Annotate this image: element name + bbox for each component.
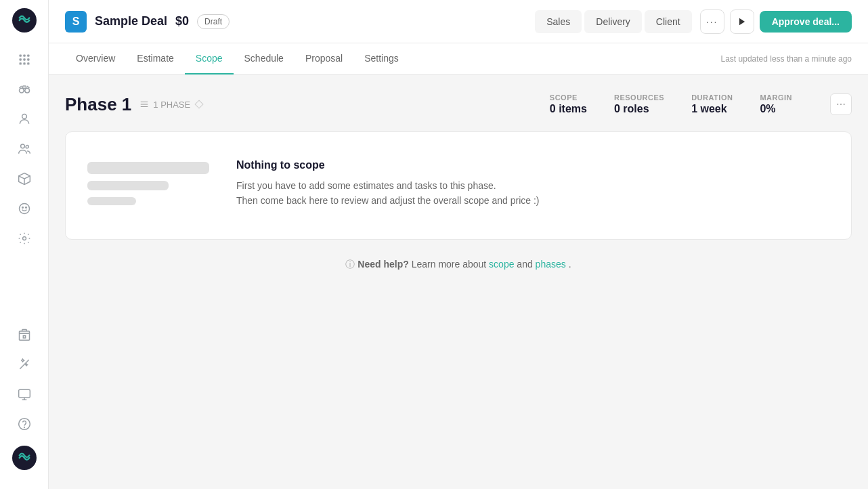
- svg-rect-0: [19, 55, 21, 57]
- sidebar-item-building[interactable]: [8, 321, 41, 348]
- svg-point-30: [837, 104, 838, 105]
- header: S Sample Deal $0 Draft Sales Delivery Cl…: [49, 0, 868, 43]
- duration-stat-value: 1 week: [691, 103, 726, 115]
- sidebar-item-emoji[interactable]: [8, 195, 41, 222]
- help-icon: ⓘ: [345, 259, 355, 270]
- draft-badge: Draft: [197, 14, 230, 29]
- svg-point-15: [19, 204, 29, 214]
- svg-rect-7: [23, 62, 25, 64]
- header-tab-delivery[interactable]: Delivery: [584, 10, 642, 33]
- phase-stats: SCOPE 0 items RESOURCES 0 roles DURATION…: [550, 93, 852, 115]
- resources-stat-label: RESOURCES: [614, 93, 664, 102]
- phase-more-button[interactable]: [830, 93, 852, 115]
- svg-point-9: [19, 88, 24, 93]
- stat-margin: MARGIN 0%: [760, 93, 792, 115]
- svg-rect-6: [19, 62, 21, 64]
- svg-point-24: [24, 427, 24, 428]
- sidebar-user-avatar[interactable]: [12, 446, 37, 470]
- help-prefix: Need help?: [357, 259, 408, 270]
- svg-rect-8: [27, 62, 29, 64]
- nav-tabs: Overview Estimate Scope Schedule Proposa…: [49, 43, 868, 75]
- main-content: S Sample Deal $0 Draft Sales Delivery Cl…: [49, 0, 868, 489]
- svg-marker-29: [195, 100, 203, 108]
- tab-proposal[interactable]: Proposal: [295, 43, 353, 75]
- help-middle: Learn more about: [412, 259, 489, 270]
- svg-point-16: [22, 207, 23, 209]
- phase-count-label: 1 PHASE: [153, 100, 190, 110]
- sidebar-item-person[interactable]: [8, 106, 41, 133]
- scope-empty-line2: Then come back here to review and adjust…: [236, 193, 829, 208]
- svg-point-18: [22, 237, 26, 240]
- sidebar-item-people[interactable]: [8, 135, 41, 163]
- list-icon: [139, 100, 149, 109]
- scope-empty-title: Nothing to scope: [236, 159, 829, 171]
- tab-settings[interactable]: Settings: [353, 43, 410, 75]
- margin-stat-label: MARGIN: [760, 93, 792, 102]
- svg-rect-1: [23, 55, 25, 57]
- header-tab-sales[interactable]: Sales: [535, 10, 582, 33]
- phase-header: Phase 1 1 PHASE SCOPE 0 items RESOURCES …: [65, 93, 852, 115]
- phase-meta: 1 PHASE: [139, 100, 204, 110]
- last-updated-text: Last updated less than a minute ago: [721, 54, 852, 64]
- svg-marker-25: [739, 18, 745, 25]
- sidebar-item-binoculars[interactable]: [8, 76, 41, 103]
- svg-point-14: [26, 146, 28, 148]
- scope-placeholder: [87, 159, 209, 205]
- svg-rect-22: [18, 389, 30, 398]
- help-suffix: .: [569, 259, 571, 270]
- sidebar-item-grid[interactable]: [8, 46, 41, 73]
- duration-stat-label: DURATION: [691, 93, 733, 102]
- svg-rect-4: [23, 58, 25, 60]
- svg-rect-2: [27, 55, 29, 57]
- svg-rect-5: [27, 58, 29, 60]
- svg-rect-3: [19, 58, 21, 60]
- sidebar-item-magic[interactable]: [8, 351, 41, 378]
- tab-schedule[interactable]: Schedule: [234, 43, 295, 75]
- more-button[interactable]: ···: [700, 9, 724, 34]
- scope-empty-card: Nothing to scope First you have to add s…: [65, 131, 852, 240]
- deal-title: Sample Deal: [95, 14, 167, 28]
- svg-point-12: [22, 114, 26, 119]
- tab-estimate[interactable]: Estimate: [126, 43, 184, 75]
- resources-stat-value: 0 roles: [614, 103, 649, 115]
- play-button[interactable]: [730, 9, 754, 34]
- phases-help-link[interactable]: phases: [536, 259, 566, 270]
- svg-point-10: [24, 88, 29, 93]
- placeholder-bar-medium: [87, 181, 169, 190]
- help-section: ⓘ Need help? Learn more about scope and …: [65, 259, 852, 271]
- header-tab-client[interactable]: Client: [645, 10, 692, 33]
- svg-rect-11: [22, 86, 26, 88]
- stat-resources: RESOURCES 0 roles: [614, 93, 664, 115]
- sidebar-item-help[interactable]: [8, 410, 41, 438]
- sidebar-logo[interactable]: [12, 8, 37, 33]
- stat-duration: DURATION 1 week: [691, 93, 733, 115]
- svg-rect-20: [23, 336, 25, 338]
- sidebar-item-settings[interactable]: [8, 225, 41, 252]
- sidebar-bottom: [8, 321, 41, 481]
- help-and: and: [517, 259, 535, 270]
- diamond-icon: [194, 100, 204, 109]
- header-tabs: Sales Delivery Client: [535, 10, 691, 33]
- placeholder-bar-large: [87, 162, 209, 174]
- content-area: Phase 1 1 PHASE SCOPE 0 items RESOURCES …: [49, 75, 868, 489]
- deal-amount: $0: [175, 14, 189, 28]
- stat-scope: SCOPE 0 items: [550, 93, 587, 115]
- tab-overview[interactable]: Overview: [65, 43, 126, 75]
- svg-point-13: [20, 144, 24, 148]
- svg-point-17: [25, 207, 26, 209]
- sidebar: [0, 0, 49, 489]
- svg-point-32: [844, 104, 845, 105]
- approve-deal-button[interactable]: Approve deal...: [760, 11, 852, 33]
- scope-stat-value: 0 items: [550, 103, 587, 115]
- scope-help-link[interactable]: scope: [489, 259, 514, 270]
- scope-empty-text: Nothing to scope First you have to add s…: [236, 159, 829, 209]
- tab-scope[interactable]: Scope: [185, 43, 234, 75]
- header-actions: ··· Approve deal...: [700, 9, 852, 34]
- sidebar-item-box[interactable]: [8, 165, 41, 192]
- placeholder-bar-small: [87, 197, 136, 205]
- deal-icon: S: [65, 11, 87, 33]
- svg-point-31: [840, 104, 842, 105]
- sidebar-item-screen[interactable]: [8, 381, 41, 408]
- phase-title: Phase 1: [65, 94, 131, 115]
- scope-stat-label: SCOPE: [550, 93, 578, 102]
